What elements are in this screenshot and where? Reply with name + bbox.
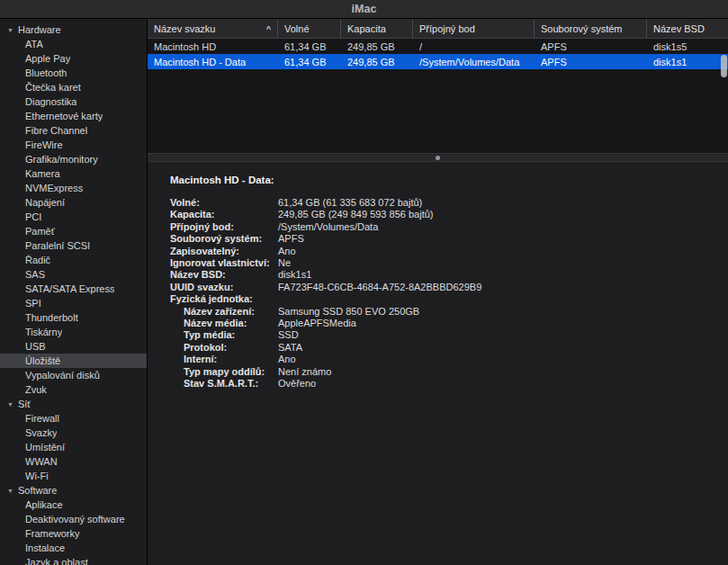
sidebar-item-adi[interactable]: Řadič	[0, 253, 147, 267]
table-cell: Macintosh HD - Data	[148, 57, 278, 67]
column-header-n-zev-bsd[interactable]: Název BSD	[647, 19, 728, 38]
sidebar-item-sas[interactable]: SAS	[0, 267, 147, 282]
sidebar-section-hardware[interactable]: ▼ Hardware	[0, 22, 147, 37]
sidebar-item-label: Diagnostika	[25, 96, 76, 107]
sidebar-item-nvmexpress[interactable]: NVMExpress	[0, 181, 147, 195]
sidebar-item-label: Paměť	[25, 226, 55, 237]
sidebar-item-fibre-channel[interactable]: Fibre Channel	[0, 123, 147, 138]
sidebar-item-pam[interactable]: Paměť	[0, 224, 147, 238]
sidebar-item-label: Úložiště	[25, 355, 60, 366]
detail-value: Není známo	[278, 366, 331, 378]
disclosure-triangle-icon[interactable]: ▼	[7, 401, 13, 408]
detail-value: 61,34 GB (61 335 683 072 bajtů)	[278, 197, 422, 209]
sidebar-item-ata[interactable]: ATA	[0, 37, 147, 51]
sidebar-item-ethernetov-karty[interactable]: Ethernetové karty	[0, 109, 147, 123]
disclosure-triangle-icon[interactable]: ▼	[7, 27, 13, 33]
column-header-label: Volné	[284, 23, 310, 34]
sidebar-item-vypalov-n-disk[interactable]: Vypalování disků	[0, 368, 147, 382]
sidebar-item-um-st-n[interactable]: Umístění	[0, 440, 147, 454]
sidebar-item-label: Svazky	[25, 427, 57, 438]
window-title: iMac	[352, 3, 377, 15]
sidebar-item-usb[interactable]: USB	[0, 339, 147, 354]
detail-value: 249,85 GB (249 849 593 856 bajtů)	[278, 209, 433, 220]
detail-label: Volné:	[170, 197, 278, 209]
sidebar-item-label: SAS	[25, 269, 45, 280]
detail-label: Název BSD:	[170, 269, 278, 281]
detail-value: AppleAPFSMedia	[278, 318, 356, 329]
sidebar-item-zvuk[interactable]: Zvuk	[0, 382, 147, 397]
sidebar-item-firewall[interactable]: Firewall	[0, 411, 147, 426]
sidebar-item-label: Frameworky	[25, 528, 80, 539]
table-cell: /System/Volumes/Data	[413, 57, 535, 67]
sidebar-item-te-ka-karet[interactable]: Čtečka karet	[0, 80, 147, 94]
sidebar-item-lo-i-t[interactable]: Úložiště	[0, 354, 147, 368]
window-content: ▼ Hardware ATA Apple Pay Bluetooth Čtečk…	[0, 19, 728, 565]
splitter[interactable]	[148, 153, 728, 162]
column-header-souborov-syst-m[interactable]: Souborový systém	[535, 19, 647, 38]
sidebar-section-label: Síť	[18, 399, 31, 409]
sidebar-item-jazyk-a-oblast[interactable]: Jazyk a oblast	[0, 555, 147, 565]
detail-row: Zapisovatelný: Ano	[170, 246, 719, 257]
table-cell: 61,34 GB	[278, 41, 341, 52]
sidebar-item-wwan[interactable]: WWAN	[0, 454, 147, 469]
sidebar-item-label: Fibre Channel	[25, 125, 87, 136]
detail-label: Zapisovatelný:	[170, 246, 278, 257]
table-cell: /	[413, 41, 535, 52]
sidebar: ▼ Hardware ATA Apple Pay Bluetooth Čtečk…	[0, 19, 148, 565]
sidebar-item-label: WWAN	[25, 456, 58, 467]
sidebar-item-frameworky[interactable]: Frameworky	[0, 526, 147, 541]
sidebar-item-tisk-rny[interactable]: Tiskárny	[0, 325, 147, 339]
sidebar-item-spi[interactable]: SPI	[0, 296, 147, 310]
disclosure-triangle-icon[interactable]: ▼	[7, 488, 13, 494]
sidebar-item-nap-jen[interactable]: Napájení	[0, 195, 147, 210]
column-header-label: Souborový systém	[541, 23, 622, 34]
sidebar-item-label: SPI	[25, 298, 41, 309]
sidebar-item-sata-sata-express[interactable]: SATA/SATA Express	[0, 282, 147, 296]
titlebar: iMac	[0, 0, 728, 19]
column-header-label: Název BSD	[653, 23, 705, 34]
sidebar-item-label: Firewall	[25, 413, 59, 424]
sidebar-item-label: USB	[25, 341, 46, 352]
sidebar-item-label: ATA	[25, 39, 43, 49]
sidebar-item-bluetooth[interactable]: Bluetooth	[0, 66, 147, 80]
scrollbar-thumb[interactable]	[721, 55, 727, 77]
table-row[interactable]: Macintosh HD - Data61,34 GB249,85 GB/Sys…	[148, 54, 728, 69]
sidebar-item-grafika-monitory[interactable]: Grafika/monitory	[0, 152, 147, 166]
sidebar-item-svazky[interactable]: Svazky	[0, 426, 147, 440]
column-header-label: Název svazku	[154, 23, 215, 34]
sidebar-item-label: NVMExpress	[25, 183, 83, 193]
sidebar-item-kamera[interactable]: Kamera	[0, 166, 147, 181]
sidebar-section-s[interactable]: ▼ Síť	[0, 397, 147, 411]
sidebar-item-deaktivovan-software[interactable]: Deaktivovaný software	[0, 512, 147, 526]
sidebar-item-label: Deaktivovaný software	[25, 514, 125, 525]
detail-row: Kapacita: 249,85 GB (249 849 593 856 baj…	[170, 209, 719, 220]
sidebar-item-aplikace[interactable]: Aplikace	[0, 498, 147, 512]
sidebar-item-label: Thunderbolt	[25, 312, 78, 323]
detail-label: Stav S.M.A.R.T.:	[170, 378, 278, 390]
sidebar-item-label: Čtečka karet	[25, 82, 81, 93]
sidebar-item-label: Kamera	[25, 168, 60, 179]
detail-label: Název zařízení:	[170, 306, 278, 318]
column-header-label: Kapacita	[347, 23, 386, 34]
column-header-kapacita[interactable]: Kapacita	[341, 19, 413, 38]
sidebar-item-apple-pay[interactable]: Apple Pay	[0, 51, 147, 66]
column-header-voln[interactable]: Volné	[278, 19, 341, 38]
sidebar-item-diagnostika[interactable]: Diagnostika	[0, 94, 147, 109]
sidebar-item-label: SATA/SATA Express	[25, 283, 114, 294]
sidebar-item-label: Ethernetové karty	[25, 111, 103, 121]
sidebar-section-label: Hardware	[18, 24, 61, 35]
sidebar-section-software[interactable]: ▼ Software	[0, 483, 147, 498]
sidebar-tree: ▼ Hardware ATA Apple Pay Bluetooth Čtečk…	[0, 22, 147, 565]
sidebar-item-pci[interactable]: PCI	[0, 210, 147, 224]
sidebar-item-instalace[interactable]: Instalace	[0, 541, 147, 555]
detail-label: UUID svazku:	[170, 282, 278, 293]
table-row[interactable]: Macintosh HD61,34 GB249,85 GB/APFSdisk1s…	[148, 39, 728, 54]
sidebar-item-firewire[interactable]: FireWire	[0, 138, 147, 152]
sort-ascending-icon: ^	[261, 24, 271, 33]
details-list: Volné: 61,34 GB (61 335 683 072 bajtů) K…	[170, 197, 719, 390]
sidebar-item-thunderbolt[interactable]: Thunderbolt	[0, 310, 147, 325]
sidebar-item-wi-fi[interactable]: Wi-Fi	[0, 469, 147, 483]
column-header-p-pojn-bod[interactable]: Přípojný bod	[413, 19, 535, 38]
sidebar-item-paraleln-scsi[interactable]: Paralelní SCSI	[0, 238, 147, 253]
column-header-n-zev-svazku[interactable]: Název svazku ^	[148, 19, 278, 38]
